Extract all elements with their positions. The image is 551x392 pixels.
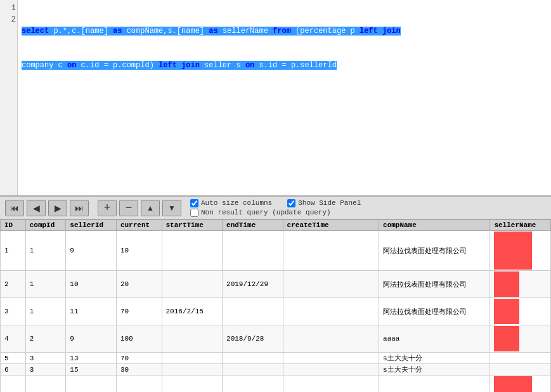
kw-select: select [22, 27, 49, 36]
col-id: ID [1, 220, 26, 231]
results-table: ID compId sellerId current startTime end… [0, 219, 551, 392]
redacted-content [494, 271, 519, 297]
non-result-label[interactable]: Non result query (update query) [201, 209, 331, 216]
remove-button[interactable]: − [119, 200, 138, 216]
down-button[interactable]: ▼ [162, 200, 181, 216]
next-button[interactable]: ▶ [48, 200, 67, 216]
last-button[interactable]: ⏭ [70, 200, 89, 216]
col-endtime: endTime [223, 220, 283, 231]
redacted-content [494, 299, 519, 324]
kw-from: from [273, 27, 291, 36]
table-row[interactable]: 11910阿法拉伐表面处理有限公司 [1, 231, 551, 271]
show-side-label[interactable]: Show Side Panel [298, 199, 361, 207]
col-sellerid: sellerId [66, 220, 117, 231]
kw-left2: left join [159, 61, 200, 70]
table-body: 11910阿法拉伐表面处理有限公司2110202019/12/29阿法拉伐表面处… [1, 231, 551, 393]
table-row[interactable]: 631530s土大夫十分 [1, 364, 551, 376]
col-sellername: sellerName [490, 220, 551, 231]
auto-size-checkbox[interactable] [190, 199, 198, 207]
results-area[interactable]: ID compId sellerId current startTime end… [0, 219, 551, 392]
col-compname: compName [379, 220, 490, 231]
col-createtime: createTime [283, 220, 379, 231]
kw-as1: as [113, 27, 122, 36]
kw-on2: on [245, 61, 254, 70]
table-row[interactable]: 2110202019/12/29阿法拉伐表面处理有限公司 [1, 271, 551, 298]
prev-button[interactable]: ◀ [27, 200, 46, 216]
table-row[interactable]: 3111702016/2/15阿法拉伐表面处理有限公司 [1, 298, 551, 325]
line-numbers: 1 2 [0, 0, 18, 195]
up-button[interactable]: ▲ [141, 200, 160, 216]
auto-size-label[interactable]: Auto size columns [201, 199, 272, 207]
sql-editor[interactable]: 1 2 select p.*,c.[name] as compName,s.[n… [0, 0, 551, 197]
kw-left1: left join [360, 27, 401, 36]
redacted-content [494, 326, 519, 351]
non-result-checkbox[interactable] [190, 209, 198, 217]
show-side-checkbox[interactable] [287, 199, 295, 207]
kw-as2: as [209, 27, 217, 36]
table-row[interactable]: 531370s土大夫十分 [1, 353, 551, 364]
table-row[interactable]: 4291002018/9/28aaaa [1, 325, 551, 353]
code-area[interactable]: select p.*,c.[name] as compName,s.[name]… [18, 0, 551, 195]
table-row[interactable]: 7112202016/2/152019/12/29阿法拉伐表面处理有限公司 [1, 376, 551, 393]
toolbar: ⏮ ◀ ▶ ⏭ + − ▲ ▼ Auto size columns Show S… [0, 197, 551, 219]
redacted-content [494, 376, 532, 392]
add-button[interactable]: + [98, 200, 117, 216]
col-current: current [116, 220, 162, 231]
col-starttime: startTime [162, 220, 223, 231]
first-button[interactable]: ⏮ [5, 200, 24, 216]
redacted-content [494, 232, 532, 270]
col-compid: compId [25, 220, 66, 231]
kw-on1: on [67, 61, 76, 70]
toolbar-checkboxes: Auto size columns Show Side Panel Non re… [190, 199, 361, 217]
